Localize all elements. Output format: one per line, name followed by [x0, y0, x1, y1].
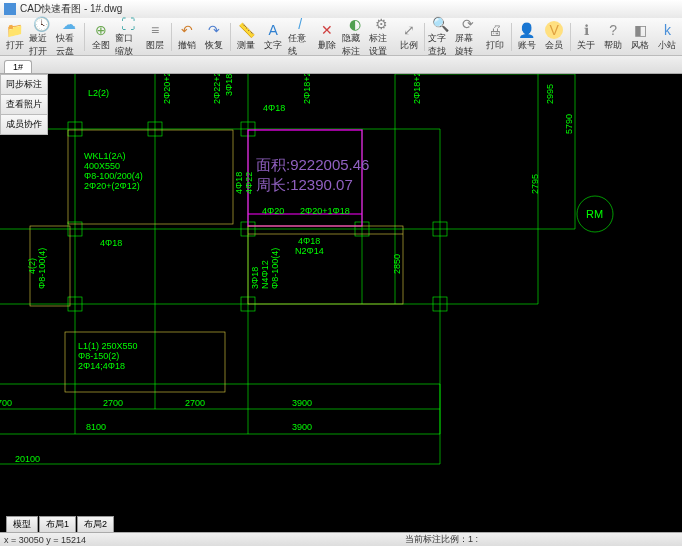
- tool-文字查找[interactable]: 🔍文字查找: [428, 19, 453, 55]
- side-同步标注[interactable]: 同步标注: [0, 74, 48, 95]
- tool-任意线[interactable]: /任意线: [288, 19, 313, 55]
- coord-readout: x = 30050 y = 15214: [4, 535, 86, 545]
- tool-关于[interactable]: ℹ关于: [574, 19, 599, 55]
- side-panel: 同步标注查看照片成员协作: [0, 74, 48, 134]
- document-tabs: 1#: [0, 56, 682, 74]
- tool-标注设置[interactable]: ⚙标注设置: [369, 19, 394, 55]
- svg-text:5790: 5790: [564, 114, 574, 134]
- tool-比例[interactable]: ⤢比例: [396, 19, 421, 55]
- svg-text:Φ8-100(4): Φ8-100(4): [37, 248, 47, 289]
- svg-text:3Φ18: 3Φ18: [250, 267, 260, 289]
- 关于-icon: ℹ: [577, 21, 595, 39]
- svg-text:8100: 8100: [86, 422, 106, 432]
- title-bar: CAD快速看图 - 1#.dwg: [0, 0, 682, 18]
- tool-恢复[interactable]: ↷恢复: [202, 19, 227, 55]
- 撤销-icon: ↶: [178, 21, 196, 39]
- svg-text:2Φ20+2Φ18: 2Φ20+2Φ18: [162, 74, 172, 104]
- svg-text:4Φ18: 4Φ18: [298, 236, 320, 246]
- side-查看照片[interactable]: 查看照片: [0, 94, 48, 115]
- tool-打开[interactable]: 📁打开: [2, 19, 27, 55]
- app-logo-icon: [4, 3, 16, 15]
- 测量-icon: 📏: [237, 21, 255, 39]
- tool-文字[interactable]: A文字: [261, 19, 286, 55]
- svg-text:2700: 2700: [103, 398, 123, 408]
- tool-图层[interactable]: ≡图层: [142, 19, 167, 55]
- svg-text:2995: 2995: [545, 84, 555, 104]
- 风格-icon: ◧: [631, 21, 649, 39]
- tool-全图[interactable]: ⊕全图: [88, 19, 113, 55]
- svg-text:4Φ22: 4Φ22: [244, 172, 254, 194]
- svg-text:2700: 2700: [0, 398, 12, 408]
- svg-text:L1(1) 250X550: L1(1) 250X550: [78, 341, 138, 351]
- tool-快看云盘[interactable]: ☁快看云盘: [56, 19, 81, 55]
- svg-text:2850: 2850: [392, 254, 402, 274]
- layout-tab-布局1[interactable]: 布局1: [39, 516, 76, 533]
- layout-tab-模型[interactable]: 模型: [6, 516, 38, 533]
- tool-测量[interactable]: 📏测量: [234, 19, 259, 55]
- layout-tabs: 模型布局1布局2: [0, 516, 114, 532]
- tool-隐藏标注[interactable]: ◐隐藏标注: [342, 19, 367, 55]
- 会员-icon: V: [545, 21, 563, 39]
- svg-text:面积:9222005.46: 面积:9222005.46: [256, 156, 369, 173]
- svg-text:2Φ14;4Φ18: 2Φ14;4Φ18: [78, 361, 125, 371]
- 图层-icon: ≡: [146, 21, 164, 39]
- svg-text:400X550: 400X550: [84, 161, 120, 171]
- tool-打印[interactable]: 🖨打印: [482, 19, 507, 55]
- tool-窗口缩放[interactable]: ⛶窗口缩放: [115, 19, 140, 55]
- svg-text:2795: 2795: [530, 174, 540, 194]
- 帮助-icon: ?: [604, 21, 622, 39]
- tool-删除[interactable]: ✕删除: [315, 19, 340, 55]
- svg-text:N2Φ14: N2Φ14: [295, 246, 324, 256]
- svg-text:周长:12390.07: 周长:12390.07: [256, 176, 353, 193]
- svg-text:3900: 3900: [292, 398, 312, 408]
- 隐藏标注-icon: ◐: [346, 16, 364, 32]
- 标注设置-icon: ⚙: [373, 16, 391, 32]
- 打开-icon: 📁: [6, 21, 24, 39]
- status-bar: x = 30050 y = 15214 当前标注比例：1 :: [0, 532, 682, 546]
- 恢复-icon: ↷: [205, 21, 223, 39]
- scale-readout: 当前标注比例：1 :: [405, 533, 478, 546]
- 屏幕旋转-icon: ⟳: [459, 16, 477, 32]
- tool-风格[interactable]: ◧风格: [628, 19, 653, 55]
- tool-撤销[interactable]: ↶撤销: [174, 19, 199, 55]
- svg-text:Φ8-100(4): Φ8-100(4): [270, 248, 280, 289]
- window-title: CAD快速看图 - 1#.dwg: [20, 2, 122, 16]
- svg-text:4Φ18: 4Φ18: [263, 103, 285, 113]
- svg-text:Φ8-100/200(4): Φ8-100/200(4): [84, 171, 143, 181]
- 小站-icon: k: [658, 21, 676, 39]
- 文字-icon: A: [264, 21, 282, 39]
- 任意线-icon: /: [291, 16, 309, 32]
- 账号-icon: 👤: [518, 21, 536, 39]
- tool-账号[interactable]: 👤账号: [514, 19, 539, 55]
- svg-text:4Φ18: 4Φ18: [100, 238, 122, 248]
- svg-text:4Φ18: 4Φ18: [234, 172, 244, 194]
- tool-最近打开[interactable]: 🕓最近打开: [29, 19, 54, 55]
- svg-text:2Φ22+2Φ20: 2Φ22+2Φ20: [212, 74, 222, 104]
- tool-帮助[interactable]: ?帮助: [601, 19, 626, 55]
- svg-text:2Φ18+2Φ16: 2Φ18+2Φ16: [412, 74, 422, 104]
- tool-屏幕旋转[interactable]: ⟳屏幕旋转: [455, 19, 480, 55]
- 比例-icon: ⤢: [400, 21, 418, 39]
- svg-text:2Φ18+2Φ16: 2Φ18+2Φ16: [302, 74, 312, 104]
- drawing-canvas[interactable]: L2(2) WKL1(2A) 400X550 Φ8-100/200(4) 2Φ2…: [0, 74, 682, 516]
- 快看云盘-icon: ☁: [60, 16, 78, 32]
- 删除-icon: ✕: [318, 21, 336, 39]
- svg-text:2Φ20+1Φ18: 2Φ20+1Φ18: [300, 206, 350, 216]
- main-toolbar: 📁打开🕓最近打开☁快看云盘⊕全图⛶窗口缩放≡图层↶撤销↷恢复📏测量A文字/任意线…: [0, 18, 682, 56]
- svg-text:4Φ20: 4Φ20: [262, 206, 284, 216]
- svg-text:N4Φ12: N4Φ12: [260, 260, 270, 289]
- tab-document[interactable]: 1#: [4, 60, 32, 73]
- 全图-icon: ⊕: [92, 21, 110, 39]
- tool-会员[interactable]: V会员: [542, 19, 567, 55]
- layout-tab-布局2[interactable]: 布局2: [77, 516, 114, 533]
- side-成员协作[interactable]: 成员协作: [0, 114, 48, 135]
- svg-text:4(2): 4(2): [27, 258, 37, 274]
- tool-小站[interactable]: k小站: [655, 19, 680, 55]
- svg-text:L2(2): L2(2): [88, 88, 109, 98]
- svg-text:2700: 2700: [185, 398, 205, 408]
- svg-text:WKL1(2A): WKL1(2A): [84, 151, 126, 161]
- 文字查找-icon: 🔍: [432, 16, 450, 32]
- svg-text:RM: RM: [586, 208, 603, 220]
- svg-text:3Φ18: 3Φ18: [224, 74, 234, 96]
- 窗口缩放-icon: ⛶: [119, 16, 137, 32]
